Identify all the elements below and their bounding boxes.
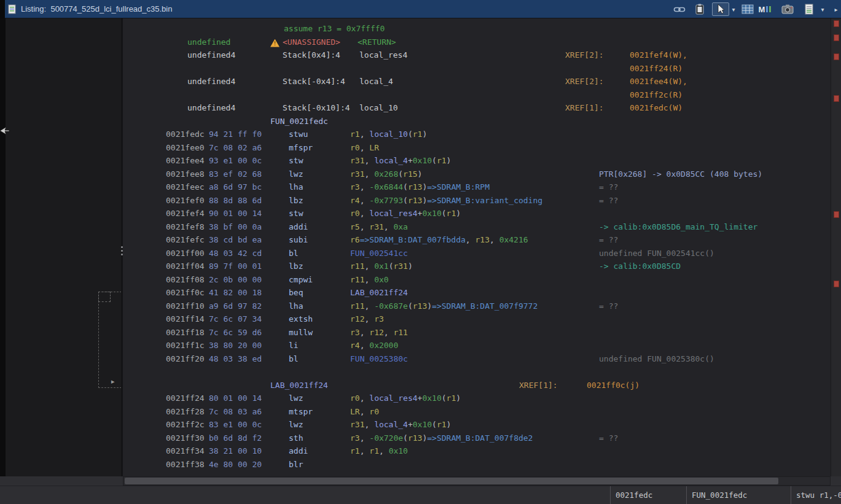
listing-token: ,: [360, 328, 370, 337]
listing-row[interactable]: 0021fefc38 cd bd easubir6=>SDRAM_B:DAT_0…: [123, 233, 831, 247]
listing-row[interactable]: 0021ff187c 6c 59 d6mullwr3, r12, r11: [123, 326, 831, 339]
listing-row[interactable]: 0021ff0048 03 42 cdblFUN_002541ccundefin…: [123, 247, 831, 260]
listing-row[interactable]: 0021ff287c 08 03 a6mtsprLR, r0: [123, 405, 831, 419]
listing-row[interactable]: 0021ff147c 6c 07 34extshr12, r3: [123, 312, 831, 326]
listing-row[interactable]: undefined4Stack[-0x4]:4local_4XREF[2]:00…: [123, 75, 831, 88]
listing-field: 80 01 00 14: [209, 392, 262, 405]
listing-token: ,: [360, 446, 370, 456]
listing-token: Stack[-0x10]:4: [283, 103, 350, 112]
listing-row[interactable]: 0021ff30b0 6d 8d f2sthr3, -0x720e(r13)=>…: [123, 432, 831, 445]
listing-row[interactable]: 0021ff2c83 e1 00 0clwzr31, local_4+0x10(…: [123, 418, 831, 432]
listing-token: 0021ff28: [166, 407, 205, 416]
listing-field: r1, local_10(r1): [350, 128, 427, 141]
listing-field: undefined4: [187, 75, 235, 88]
listing-field: 48 03 38 ed: [209, 352, 262, 366]
listing-row[interactable]: 0021fee07c 08 02 a6mfsprr0, LR: [123, 141, 831, 155]
listing-row[interactable]: 0021ff384e 80 00 20blr: [123, 458, 831, 471]
overflow-chevron-icon[interactable]: ▸: [833, 2, 839, 16]
listing-row[interactable]: 0021fedc94 21 ff f0stwur1, local_10(r1): [123, 128, 831, 141]
listing-row[interactable]: 0021fef838 bf 00 0aaddir5, r31, 0xa-> ca…: [123, 220, 831, 234]
listing-token: 0021ff30: [166, 433, 205, 443]
listing-row[interactable]: 0021ff10a9 6d 97 82lhar11, -0x687e(r13)=…: [123, 300, 831, 313]
listing-token: assume r13 = 0x7ffff0: [284, 24, 385, 33]
listing-token: ,: [384, 328, 394, 337]
listing-field: Stack[0x4]:4: [283, 48, 340, 62]
listing-token: r5: [350, 222, 360, 231]
listing-token: r11: [393, 328, 407, 337]
listing-row[interactable]: 0021fee493 e1 00 0cstwr31, local_4+0x10(…: [123, 154, 831, 168]
listing-token: cmpwi: [289, 275, 313, 284]
listing-row[interactable]: 0021feeca8 6d 97 bclhar3, -0x6844(r13)=>…: [123, 180, 831, 194]
paste-icon[interactable]: [693, 2, 706, 16]
listing-field: 0021fef0: [166, 194, 205, 207]
navigation-marker-bar[interactable]: [831, 18, 841, 476]
horizontal-scrollbar[interactable]: [123, 476, 831, 486]
cursor-tool-caret-icon[interactable]: ▾: [730, 2, 737, 16]
listing-token: -0x7793: [369, 196, 403, 205]
error-marker[interactable]: [834, 95, 839, 102]
listing-field: 0021fef4: [166, 207, 205, 220]
listing-token: r12: [369, 328, 383, 337]
listing-token: r1: [413, 130, 423, 139]
listing-display-icon[interactable]: [802, 2, 816, 16]
listing-field: LAB_0021ff24: [270, 379, 328, 392]
table-view-icon[interactable]: [741, 2, 754, 16]
link-icon[interactable]: [673, 2, 686, 16]
horizontal-scrollbar-thumb[interactable]: [125, 478, 778, 484]
listing-row[interactable]: 0021fee883 ef 02 68lwzr31, 0x268(r15)PTR…: [123, 168, 831, 181]
listing-row[interactable]: 0021ff2480 01 00 14lwzr0, local_res4+0x1…: [123, 392, 831, 405]
listing-row[interactable]: [123, 365, 831, 379]
error-marker[interactable]: [834, 20, 839, 27]
listing-field: undefined4: [187, 101, 235, 115]
listing-row[interactable]: 0021ff0c41 82 00 18beqLAB_0021ff24: [123, 286, 831, 300]
listing-token: 0x10: [413, 420, 432, 429]
listing-row[interactable]: 0021ff2048 03 38 edblFUN_0025380cundefin…: [123, 352, 831, 366]
listing-row[interactable]: LAB_0021ff24XREF[1]:0021ff0c(j): [123, 379, 831, 392]
listing-token: 0x268: [374, 169, 398, 179]
listing-field: r0, local_res4+0x10(r1): [350, 392, 461, 405]
listing-field: sth: [289, 432, 303, 445]
error-marker[interactable]: [834, 281, 839, 287]
dropdown-arrow-icon[interactable]: ▾: [819, 2, 826, 16]
listing-field: 7c 6c 07 34: [209, 312, 262, 326]
listing-token: = ??: [599, 235, 618, 244]
listing-token: 83 e1 00 0c: [209, 420, 262, 429]
listing-token: mfspr: [289, 143, 313, 152]
listing-field: r1, r1, 0x10: [350, 444, 408, 458]
listing-row[interactable]: 0021ff2c(R): [123, 88, 831, 102]
listing-token: 41 82 00 18: [209, 288, 262, 297]
listing-row[interactable]: 0021fef490 01 00 14stwr0, local_res4+0x1…: [123, 207, 831, 220]
listing-row[interactable]: undefined4Stack[-0x10]:4local_10XREF[1]:…: [123, 101, 831, 115]
listing-field: a9 6d 97 82: [209, 300, 262, 313]
listing-token: = ??: [599, 182, 618, 192]
listing-row[interactable]: 0021ff1c38 80 20 00lir4, 0x2000: [123, 339, 831, 352]
listing-token: ,: [360, 341, 370, 350]
listing-row[interactable]: 0021ff082c 0b 00 00cmpwir11, 0x0: [123, 273, 831, 287]
listing-row[interactable]: undefined!<UNASSIGNED><RETURN>: [123, 36, 831, 49]
listing-row[interactable]: 0021fef088 8d 88 6dlbzr4, -0x7793(r13)=>…: [123, 194, 831, 207]
cursor-tool-icon[interactable]: [712, 2, 729, 16]
listing-token: 0021fee8: [166, 169, 205, 179]
listing-token: 0021fefc: [166, 235, 205, 244]
error-marker[interactable]: [834, 53, 839, 60]
listing-token: +: [408, 420, 413, 429]
listing-row[interactable]: FUN_0021fedc: [123, 115, 831, 128]
listing-token: local_10: [359, 103, 398, 112]
snapshot-icon[interactable]: [781, 2, 794, 16]
listing-titlebar[interactable]: Listing: 500774_525d_lci_fullread_c35.bi…: [0, 0, 841, 18]
listing-token: 48 03 42 cd: [209, 249, 262, 258]
error-marker[interactable]: [834, 211, 839, 218]
error-marker[interactable]: [834, 34, 839, 41]
listing-token: PTR[0x268] -> 0x0D85CC (408 bytes): [599, 169, 762, 179]
listing-token: XREF[2]:: [565, 50, 604, 60]
listing-row[interactable]: assume r13 = 0x7ffff0: [123, 22, 831, 36]
listing-panel[interactable]: assume r13 = 0x7ffff0undefined!<UNASSIGN…: [123, 18, 831, 476]
diff-view-icon[interactable]: M: [757, 2, 773, 16]
listing-row[interactable]: 0021ff3438 21 00 10addir1, r1, 0x10: [123, 444, 831, 458]
listing-row[interactable]: 0021ff24(R): [123, 62, 831, 76]
listing-token: stwu: [289, 130, 308, 139]
listing-row[interactable]: undefined4Stack[0x4]:4local_res4XREF[2]:…: [123, 48, 831, 62]
listing-field: 0021fef4(W),: [630, 48, 687, 62]
listing-row[interactable]: 0021ff0489 7f 00 01lbzr11, 0x1(r31)-> ca…: [123, 260, 831, 273]
listing-token: 0x0: [374, 275, 388, 284]
